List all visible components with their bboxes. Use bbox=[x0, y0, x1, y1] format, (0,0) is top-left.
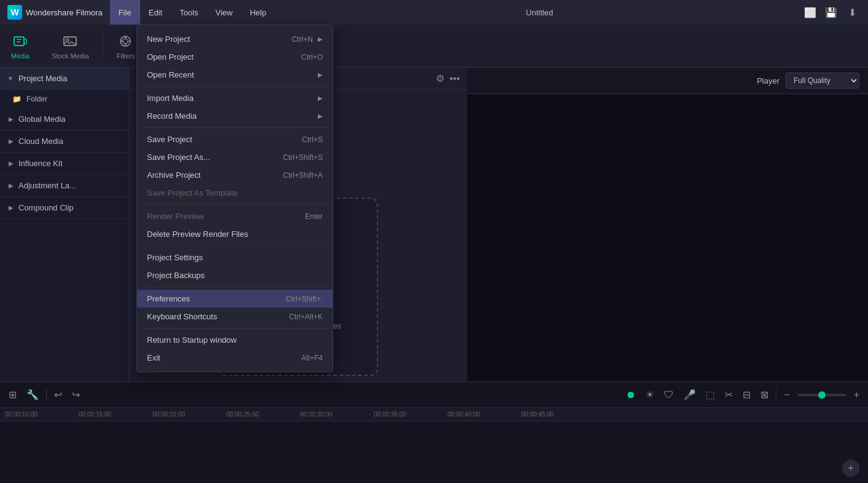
menu-edit[interactable]: Edit bbox=[140, 0, 171, 25]
save-project-shortcut: Ctrl+S bbox=[302, 135, 323, 144]
open-project-shortcut: Ctrl+O bbox=[301, 53, 323, 62]
menu-open-project[interactable]: Open Project Ctrl+O bbox=[137, 48, 333, 66]
menu-bar: File Edit Tools View Help bbox=[110, 0, 275, 25]
app-logo: W Wondershare Filmora bbox=[0, 5, 110, 20]
menu-section-new-open: New Project Ctrl+N ▶ Open Project Ctrl+O… bbox=[137, 28, 333, 87]
menu-section-render: Render Preview Enter Delete Preview Rend… bbox=[137, 205, 333, 246]
menu-save-project-as[interactable]: Save Project As... Ctrl+Shift+S bbox=[137, 148, 333, 166]
exit-shortcut: Alt+F4 bbox=[301, 354, 323, 362]
render-preview-shortcut: Enter bbox=[305, 212, 323, 221]
app-logo-icon: W bbox=[7, 5, 22, 20]
app-name: Wondershare Filmora bbox=[26, 8, 103, 17]
keyboard-shortcuts-shortcut: Ctrl+Alt+K bbox=[289, 313, 323, 321]
menu-file[interactable]: File bbox=[110, 0, 140, 25]
preferences-shortcut: Ctrl+Shift+, bbox=[286, 295, 323, 303]
menu-project-backups[interactable]: Project Backups bbox=[137, 266, 333, 284]
menu-preferences[interactable]: Preferences Ctrl+Shift+, bbox=[137, 290, 333, 308]
save-icon[interactable]: 💾 bbox=[825, 6, 837, 18]
menu-open-recent[interactable]: Open Recent ▶ bbox=[137, 66, 333, 84]
new-project-shortcut: Ctrl+N bbox=[292, 35, 313, 44]
menu-return-startup[interactable]: Return to Startup window bbox=[137, 331, 333, 349]
menu-save-as-template: Save Project As Template bbox=[137, 184, 333, 202]
import-media-sub-arrow: ▶ bbox=[318, 95, 323, 102]
menu-section-project: Project Settings Project Backups bbox=[137, 246, 333, 287]
menu-tools[interactable]: Tools bbox=[171, 0, 207, 25]
window-title: Untitled bbox=[275, 8, 804, 17]
menu-view[interactable]: View bbox=[207, 0, 241, 25]
dropdown-overlay[interactable]: New Project Ctrl+N ▶ Open Project Ctrl+O… bbox=[0, 25, 868, 483]
menu-section-preferences: Preferences Ctrl+Shift+, Keyboard Shortc… bbox=[137, 287, 333, 329]
menu-section-import-record: Import Media ▶ Record Media ▶ bbox=[137, 87, 333, 128]
menu-project-settings[interactable]: Project Settings bbox=[137, 249, 333, 266]
file-menu-dropdown: New Project Ctrl+N ▶ Open Project Ctrl+O… bbox=[136, 25, 333, 372]
record-media-sub-arrow: ▶ bbox=[318, 113, 323, 119]
menu-help[interactable]: Help bbox=[241, 0, 275, 25]
title-bar-right: ⬜ 💾 ⬇ bbox=[804, 6, 868, 18]
monitor-icon[interactable]: ⬜ bbox=[804, 6, 816, 18]
menu-import-media[interactable]: Import Media ▶ bbox=[137, 89, 333, 107]
download-icon[interactable]: ⬇ bbox=[846, 6, 858, 18]
open-recent-sub-arrow: ▶ bbox=[318, 71, 323, 78]
menu-section-exit: Return to Startup window Exit Alt+F4 bbox=[137, 329, 333, 369]
menu-archive-project[interactable]: Archive Project Ctrl+Shift+A bbox=[137, 166, 333, 184]
archive-project-shortcut: Ctrl+Shift+A bbox=[283, 171, 323, 180]
save-project-as-shortcut: Ctrl+Shift+S bbox=[283, 153, 323, 162]
menu-keyboard-shortcuts[interactable]: Keyboard Shortcuts Ctrl+Alt+K bbox=[137, 308, 333, 325]
menu-exit[interactable]: Exit Alt+F4 bbox=[137, 349, 333, 367]
menu-render-preview: Render Preview Enter bbox=[137, 207, 333, 225]
new-project-sub-arrow: ▶ bbox=[318, 36, 323, 42]
title-bar: W Wondershare Filmora File Edit Tools Vi… bbox=[0, 0, 868, 25]
menu-section-save: Save Project Ctrl+S Save Project As... C… bbox=[137, 128, 333, 205]
menu-new-project[interactable]: New Project Ctrl+N ▶ bbox=[137, 30, 333, 48]
menu-record-media[interactable]: Record Media ▶ bbox=[137, 107, 333, 125]
menu-delete-preview[interactable]: Delete Preview Render Files bbox=[137, 225, 333, 243]
menu-save-project[interactable]: Save Project Ctrl+S bbox=[137, 130, 333, 148]
